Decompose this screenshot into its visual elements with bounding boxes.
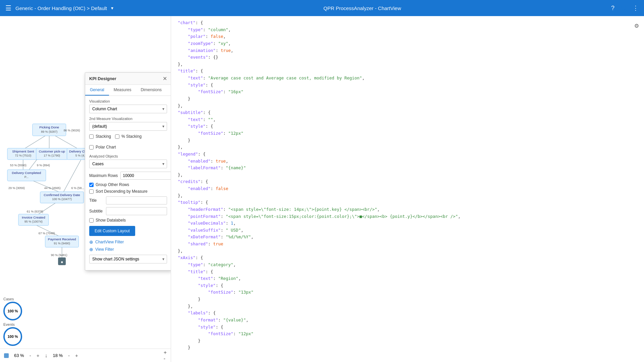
settings-gear-icon[interactable]: ⚙ xyxy=(635,20,639,31)
chartview-filter-icon: ⊕ xyxy=(89,239,93,245)
menu-icon[interactable]: ☰ xyxy=(5,4,11,12)
title-input[interactable] xyxy=(106,196,167,204)
stacking-checkbox-row: Stacking xyxy=(89,134,111,139)
zoom-in-btn[interactable]: + xyxy=(164,350,167,355)
settings-dropdown-group: Show chart JSON settings Hide chart JSON… xyxy=(89,255,167,263)
title-dropdown-arrow[interactable]: ▾ xyxy=(111,5,113,11)
bottom-bar: 63 % - + ↓ 18 % - + + - xyxy=(0,349,171,362)
visualization-label: Visualization xyxy=(89,99,167,103)
topbar-left: ☰ Generic - Order Handling (OtC) > Defau… xyxy=(5,4,113,12)
title-row: Title xyxy=(89,196,167,204)
svg-text:53 % (5590): 53 % (5590) xyxy=(10,164,26,167)
zoom-v-pct: 18 % xyxy=(53,353,63,358)
svg-text:91 % (9490): 91 % (9490) xyxy=(54,242,70,245)
show-datalabels-checkbox[interactable] xyxy=(89,218,94,223)
events-label: Events xyxy=(3,322,22,326)
view-filter-row[interactable]: ⊕ View Filter xyxy=(89,247,167,252)
svg-line-35 xyxy=(39,203,55,214)
zoom-out-btn[interactable]: - xyxy=(164,356,167,361)
help-icon[interactable]: ? xyxy=(611,5,614,12)
polar-chart-label: Polar Chart xyxy=(96,145,116,149)
svg-line-9 xyxy=(55,136,77,148)
svg-text:29 % (3059): 29 % (3059) xyxy=(8,186,25,190)
max-rows-row: Maximum Rows xyxy=(89,172,167,180)
pct-stacking-checkbox[interactable] xyxy=(115,134,119,139)
view-filter-label: View Filter xyxy=(95,247,114,252)
kpi-dialog-header: KPI Designer ✕ xyxy=(85,73,171,85)
stacking-checkbox[interactable] xyxy=(89,134,94,139)
polar-chart-checkbox[interactable] xyxy=(89,145,94,149)
svg-line-28 xyxy=(64,160,81,192)
kpi-dialog-title: KPI Designer xyxy=(89,76,116,81)
kpi-close-button[interactable]: ✕ xyxy=(163,75,167,82)
sort-descending-row: Sort Descending by Measure xyxy=(89,189,167,194)
subtitle-label: Subtitle xyxy=(89,209,103,214)
max-rows-label: Maximum Rows xyxy=(89,173,118,178)
edit-custom-layout-wrapper: Edit Custom Layout xyxy=(89,226,167,236)
svg-text:Delivery Completed: Delivery Completed xyxy=(12,171,41,175)
svg-rect-32 xyxy=(40,192,84,203)
group-other-rows-checkbox[interactable] xyxy=(89,183,94,187)
svg-line-21 xyxy=(29,160,37,170)
kpi-dialog-content: Visualization Column Chart Bar Chart Lin… xyxy=(85,96,171,270)
svg-line-27 xyxy=(34,181,59,192)
visualization-group: Visualization Column Chart Bar Chart Lin… xyxy=(89,99,167,113)
user-icon[interactable]: 👤 xyxy=(620,4,627,12)
sort-descending-checkbox[interactable] xyxy=(89,189,94,194)
second-measure-select[interactable]: (default) Line xyxy=(89,122,167,131)
svg-text:Invoice Created: Invoice Created xyxy=(22,216,45,219)
svg-text:61 % (6378): 61 % (6378) xyxy=(27,210,43,213)
more-icon[interactable]: ⋮ xyxy=(633,4,639,12)
edit-custom-layout-button[interactable]: Edit Custom Layout xyxy=(89,226,135,236)
svg-text:95 % (10074): 95 % (10074) xyxy=(24,220,43,223)
events-gauge-group: Events 100 % xyxy=(3,322,22,346)
svg-text:100 % (10477): 100 % (10477) xyxy=(52,197,72,201)
analyzed-objects-select-wrapper: Cases Events xyxy=(89,160,167,168)
pct-stacking-label: % Stacking xyxy=(121,134,142,139)
svg-rect-42 xyxy=(45,236,79,247)
svg-text:90 % (9481): 90 % (9481) xyxy=(51,253,67,257)
svg-text:17 % (1790): 17 % (1790) xyxy=(44,154,60,157)
visualization-select[interactable]: Column Chart Bar Chart Line Chart xyxy=(89,105,167,113)
svg-rect-10 xyxy=(7,148,39,160)
svg-rect-4 xyxy=(33,124,66,136)
tab-measures[interactable]: Measures xyxy=(109,85,136,96)
second-measure-label: 2nd Measure Visualization xyxy=(89,117,167,121)
analyzed-objects-group: Analyzed Objects Cases Events xyxy=(89,154,167,168)
fit-controls: + - xyxy=(164,350,167,361)
stacking-checkboxes: Stacking % Stacking Polar Chart xyxy=(89,134,167,152)
analyzed-objects-select[interactable]: Cases Events xyxy=(89,160,167,168)
subtitle-row: Subtitle xyxy=(89,207,167,215)
zoom-h-minus[interactable]: - xyxy=(30,353,31,358)
flow-panel: Picking Done 89 % (9287) Shipment Sent 7… xyxy=(0,16,171,362)
settings-select[interactable]: Show chart JSON settings Hide chart JSON… xyxy=(89,255,167,263)
tab-general[interactable]: General xyxy=(85,85,109,96)
zoom-v-minus[interactable]: - xyxy=(68,353,70,358)
topbar-center-title: QPR ProcessAnalyzer - ChartView xyxy=(323,5,401,11)
svg-line-40 xyxy=(37,226,59,236)
tab-dimensions[interactable]: Dimensions xyxy=(136,85,166,96)
svg-text:P...: P... xyxy=(24,175,29,179)
app-title: Generic - Order Handling (OtC) > Default xyxy=(15,5,107,11)
show-datalabels-label: Show Datalabels xyxy=(96,218,126,223)
settings-select-wrapper: Show chart JSON settings Hide chart JSON… xyxy=(89,255,167,263)
svg-rect-22 xyxy=(7,170,46,181)
svg-text:6 % (58...: 6 % (58... xyxy=(71,186,84,190)
max-rows-input[interactable] xyxy=(120,172,171,180)
view-filter-icon: ⊕ xyxy=(89,247,93,252)
zoom-v-plus[interactable]: + xyxy=(75,353,78,358)
svg-text:86 % (9026): 86 % (9026) xyxy=(64,129,80,132)
svg-text:72 % (7510): 72 % (7510) xyxy=(15,154,31,157)
topbar: ☰ Generic - Order Handling (OtC) > Defau… xyxy=(0,0,644,16)
subtitle-input[interactable] xyxy=(106,207,167,215)
analyzed-objects-label: Analyzed Objects xyxy=(89,154,167,158)
chartview-filter-row[interactable]: ⊕ ChartView Filter xyxy=(89,239,167,245)
svg-text:44 % (4565): 44 % (4565) xyxy=(44,186,61,190)
chartview-filter-label: ChartView Filter xyxy=(95,240,124,244)
zoom-h-plus[interactable]: + xyxy=(37,353,40,358)
svg-text:Shipment Sent: Shipment Sent xyxy=(12,149,34,153)
svg-rect-37 xyxy=(18,214,49,226)
polar-chart-checkbox-row: Polar Chart xyxy=(89,145,116,149)
visualization-select-wrapper: Column Chart Bar Chart Line Chart xyxy=(89,105,167,113)
events-gauge: 100 % xyxy=(3,327,22,346)
